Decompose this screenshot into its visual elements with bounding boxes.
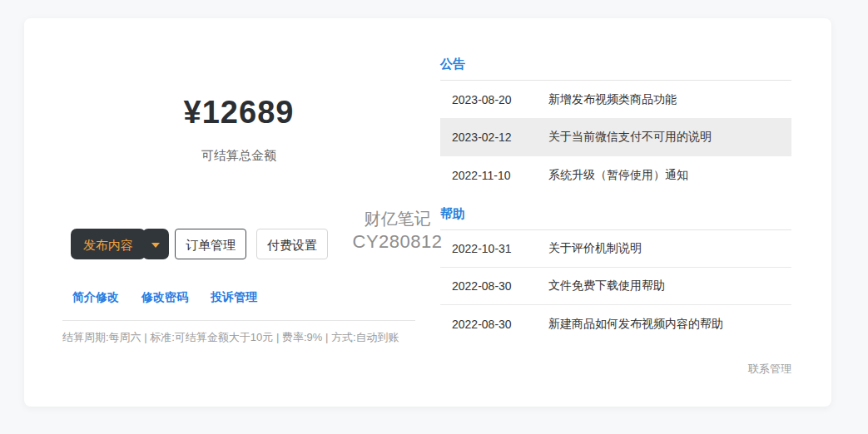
help-row[interactable]: 2022-10-31 关于评价机制说明	[440, 230, 791, 268]
contact-admin-link[interactable]: 联系管理	[748, 362, 791, 377]
help-row[interactable]: 2022-08-30 新建商品如何发布视频内容的帮助	[440, 305, 791, 343]
announcement-title-text: 关于当前微信支付不可用的说明	[548, 130, 791, 145]
actions-row: 发布内容 订单管理 付费设置	[71, 229, 328, 259]
complaint-management-link[interactable]: 投诉管理	[211, 290, 257, 305]
dashboard-card: ¥12689 可结算总金额 发布内容 订单管理 付费设置 财亿笔记 CY2808…	[24, 18, 831, 407]
announcement-date: 2022-11-10	[440, 169, 548, 182]
divider	[62, 320, 415, 321]
caret-down-icon	[151, 243, 160, 248]
help-section-header: 帮助	[440, 206, 791, 230]
settlement-panel: ¥12689 可结算总金额 发布内容 订单管理 付费设置 财亿笔记 CY2808…	[62, 18, 415, 407]
notice-panel: 公告 2023-08-20 新增发布视频类商品功能 2023-02-12 关于当…	[440, 18, 791, 407]
account-links-row: 简介修改 修改密码 投诉管理	[72, 290, 257, 305]
help-date: 2022-08-30	[440, 279, 548, 293]
help-title-text: 关于评价机制说明	[548, 241, 791, 256]
announcement-row[interactable]: 2022-11-10 系统升级（暂停使用）通知	[440, 156, 791, 194]
announcement-date: 2023-02-12	[440, 131, 548, 144]
announcements-title: 公告	[440, 57, 465, 71]
help-row[interactable]: 2022-08-30 文件免费下载使用帮助	[440, 268, 791, 305]
help-date: 2022-08-30	[440, 318, 548, 331]
announcement-row[interactable]: 2023-08-20 新增发布视频类商品功能	[440, 81, 791, 118]
announcement-title-text: 新增发布视频类商品功能	[548, 92, 791, 107]
announcement-row[interactable]: 2023-02-12 关于当前微信支付不可用的说明	[440, 118, 791, 156]
announcement-title-text: 系统升级（暂停使用）通知	[548, 168, 791, 183]
help-title: 帮助	[440, 206, 465, 220]
settleable-amount: ¥12689	[62, 95, 415, 131]
edit-profile-link[interactable]: 简介修改	[72, 290, 119, 305]
order-management-button[interactable]: 订单管理	[175, 229, 246, 259]
settleable-amount-label: 可结算总金额	[62, 148, 415, 164]
help-title-text: 文件免费下载使用帮助	[548, 279, 791, 293]
announcements-section-header: 公告	[440, 57, 791, 81]
settlement-rules-text: 结算周期:每周六 | 标准:可结算金额大于10元 | 费率:9% | 方式:自动…	[62, 330, 415, 345]
change-password-link[interactable]: 修改密码	[141, 290, 188, 305]
help-date: 2022-10-31	[440, 242, 548, 255]
payment-settings-button[interactable]: 付费设置	[256, 229, 328, 259]
help-title-text: 新建商品如何发布视频内容的帮助	[548, 317, 791, 332]
announcement-date: 2023-08-20	[440, 93, 548, 106]
publish-content-button[interactable]: 发布内容	[71, 229, 146, 259]
publish-dropdown-button[interactable]	[142, 229, 169, 259]
